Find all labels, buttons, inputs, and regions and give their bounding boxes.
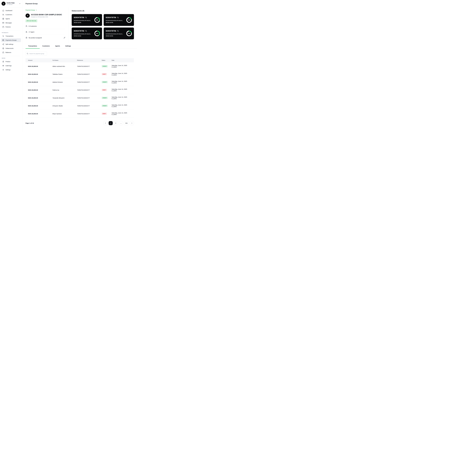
users-icon bbox=[2, 14, 4, 16]
page-ellipsis[interactable]: .... bbox=[119, 121, 123, 125]
edit-pencil-icon[interactable] bbox=[64, 37, 65, 39]
group-product-status: No product assigned bbox=[29, 37, 42, 38]
subaccounts-grid: 8283478756 INTERFACE/ASOLAR NAIJA | WEMA… bbox=[72, 14, 134, 39]
copy-icon[interactable] bbox=[117, 30, 119, 32]
reference-link[interactable]: 7045476133261577 bbox=[75, 62, 99, 70]
subaccount-name: INTERFACE/ASOLAR NAIJA | WEMA BANK bbox=[106, 33, 123, 37]
reference-link[interactable]: 7045476133261577 bbox=[75, 78, 99, 86]
split-percent-label: 30% bbox=[95, 18, 99, 22]
table-row[interactable]: NGN 20,000.00 Ekiye Oyintare 70454761332… bbox=[26, 110, 134, 118]
chevron-left-icon bbox=[105, 122, 106, 124]
subaccount-card[interactable]: 8283478756 INTERFACE/ASOLAR NAIJA | WEMA… bbox=[104, 14, 134, 26]
sidebar-item-customers[interactable]: Customers bbox=[1, 13, 21, 17]
date-cell: Saturday, June 14, 2925 5:13PM bbox=[109, 86, 134, 94]
status-cell: CREDIT bbox=[99, 62, 109, 70]
reference-link[interactable]: 7045476133261577 bbox=[75, 94, 99, 102]
subaccount-name: INTERFACE/ASOLAR NAIJA | WEMA BANK bbox=[106, 20, 123, 23]
reference-link[interactable]: 7045476133261577 bbox=[75, 102, 99, 110]
subaccount-card[interactable]: 8283478756 INTERFACE/ASOLAR NAIJA | WEMA… bbox=[72, 14, 102, 26]
amount-cell: NGN 20,000.00 bbox=[26, 86, 50, 94]
sidebar-item-messages[interactable]: Messages bbox=[1, 21, 21, 25]
tab-customers[interactable]: Customers bbox=[40, 44, 52, 49]
date-cell: Saturday, June 14, 2925 5:13PM bbox=[109, 94, 134, 102]
copy-icon[interactable] bbox=[85, 17, 87, 18]
reference-link[interactable]: 7045476133261577 bbox=[75, 70, 99, 78]
briefcase-icon bbox=[2, 26, 4, 28]
group-product-row: No product assigned bbox=[26, 35, 65, 41]
sidebar-item-label: Payments Groups bbox=[5, 39, 17, 41]
amount-cell: NGN 20,000.00 bbox=[26, 62, 50, 70]
next-page-button[interactable] bbox=[130, 121, 134, 125]
full-name-cell: Adeola Omisore bbox=[50, 78, 75, 86]
status-badge: CREDIT bbox=[102, 65, 108, 68]
sidebar-section-more: MORE bbox=[2, 58, 20, 59]
date-cell: Saturday, June 14, 2925 5:13PM bbox=[109, 70, 134, 78]
account-switcher[interactable]: A Asolar Naija ID: 983438 bbox=[0, 0, 22, 7]
table-row[interactable]: NGN 20,000.00 Chinyere Okafor 7045476133… bbox=[26, 102, 134, 110]
page-button-1[interactable]: 1 bbox=[109, 121, 113, 125]
user-pen-icon bbox=[26, 31, 27, 33]
agent-icon bbox=[2, 18, 4, 20]
status-badge: CREDIT bbox=[102, 97, 108, 99]
table-header: Amount Full Name Reference Status Date bbox=[26, 58, 134, 62]
prev-page-button[interactable] bbox=[103, 121, 108, 125]
subaccount-name: INTERFACE/ASOLAR NAIJA | WEMA BANK bbox=[74, 33, 91, 37]
sidebar-item-transactions[interactable]: Transactions bbox=[1, 34, 21, 38]
status-cell: CREDIT bbox=[99, 94, 109, 102]
copy-icon[interactable] bbox=[85, 30, 87, 32]
subaccount-card[interactable]: 8283478756 INTERFACE/ASOLAR NAIJA | WEMA… bbox=[104, 28, 134, 39]
sidebar-item-balances[interactable]: Balances bbox=[1, 51, 21, 54]
eye-icon bbox=[2, 65, 4, 67]
tab-agents[interactable]: Agents bbox=[52, 44, 63, 49]
table-row[interactable]: NGN 20,000.00 Abdur-rasheed Idris 704547… bbox=[26, 62, 134, 70]
amount-cell: NGN 20,000.00 bbox=[26, 102, 50, 110]
subaccount-number: 8283478756 bbox=[106, 17, 116, 18]
status-badge: CREDIT bbox=[102, 81, 108, 83]
page-title: Payment Group bbox=[26, 3, 38, 5]
split-percent-label: 40% bbox=[95, 32, 99, 35]
full-name-cell: Tobiloba Folarin bbox=[50, 70, 75, 78]
table-row[interactable]: NGN 20,000.00 Tobiloba Folarin 704547613… bbox=[26, 70, 134, 78]
mail-icon bbox=[2, 22, 4, 24]
sidebar-section-payments: PAYMENTS bbox=[2, 32, 20, 33]
sidebar-item-agents[interactable]: Agents bbox=[1, 17, 21, 21]
search-bar bbox=[26, 52, 47, 56]
split-donut-chart: 20% bbox=[126, 17, 132, 23]
sidebar-item-subaccounts[interactable]: Subaccounts bbox=[1, 47, 21, 50]
sidebar-item-audit-logs[interactable]: Audit logs bbox=[1, 64, 21, 68]
full-name-cell: Chinyere Okafor bbox=[50, 102, 75, 110]
reference-link[interactable]: 7045476133261577 bbox=[75, 110, 99, 118]
shopping-bag-icon bbox=[2, 61, 4, 63]
search-icon bbox=[27, 53, 28, 54]
page-button-2[interactable]: 2 bbox=[114, 121, 118, 125]
status-badge: CREDIT bbox=[102, 105, 108, 107]
column-header-status: Status bbox=[99, 58, 109, 62]
user-avatar: A bbox=[1, 2, 5, 6]
search-input[interactable] bbox=[26, 52, 47, 56]
detail-tabs: Transactions Customers Agents Settings bbox=[22, 44, 137, 49]
page-button-last[interactable]: 234 bbox=[124, 121, 129, 125]
full-name-cell: Ekiye Oyintare bbox=[50, 110, 75, 118]
full-name-cell: Abdur-rasheed Idris bbox=[50, 62, 75, 70]
sidebar-item-dashboard[interactable]: Dashboard bbox=[1, 9, 21, 13]
transactions-table: Amount Full Name Reference Status Date N… bbox=[26, 58, 134, 118]
sidebar-item-payments-groups[interactable]: Payments Groups bbox=[1, 38, 21, 42]
split-donut-chart: 40% bbox=[94, 31, 100, 36]
tab-transactions[interactable]: Transactions bbox=[26, 44, 40, 49]
sidebar-item-settings[interactable]: Settings bbox=[1, 68, 21, 72]
date-cell: Saturday, June 14, 2925 5:13PM bbox=[109, 62, 134, 70]
sidebar-item-split-settings[interactable]: Split settings bbox=[1, 42, 21, 46]
sidebar-item-partners[interactable]: Partners bbox=[1, 25, 21, 29]
table-row[interactable]: NGN 20,000.00 Adeola Omisore 70454761332… bbox=[26, 78, 134, 86]
payment-group-selector[interactable]: Payment Group bbox=[26, 9, 37, 11]
sidebar-item-label: Product bbox=[5, 61, 10, 62]
sidebar-item-product[interactable]: Product bbox=[1, 60, 21, 64]
table-row[interactable]: NGN 20,000.00 Fatima Isa 704547613326157… bbox=[26, 86, 134, 94]
reference-link[interactable]: 7045476133261577 bbox=[75, 86, 99, 94]
amount-cell: NGN 20,000.00 bbox=[26, 78, 50, 86]
tab-settings[interactable]: Settings bbox=[63, 44, 74, 49]
copy-icon[interactable] bbox=[117, 17, 119, 18]
status-badge: DEBIT bbox=[102, 73, 107, 75]
subaccount-card[interactable]: 8283478756 INTERFACE/ASOLAR NAIJA | WEMA… bbox=[72, 28, 102, 39]
table-row[interactable]: NGN 20,000.00 Yewande Akinyemi 704547613… bbox=[26, 94, 134, 102]
